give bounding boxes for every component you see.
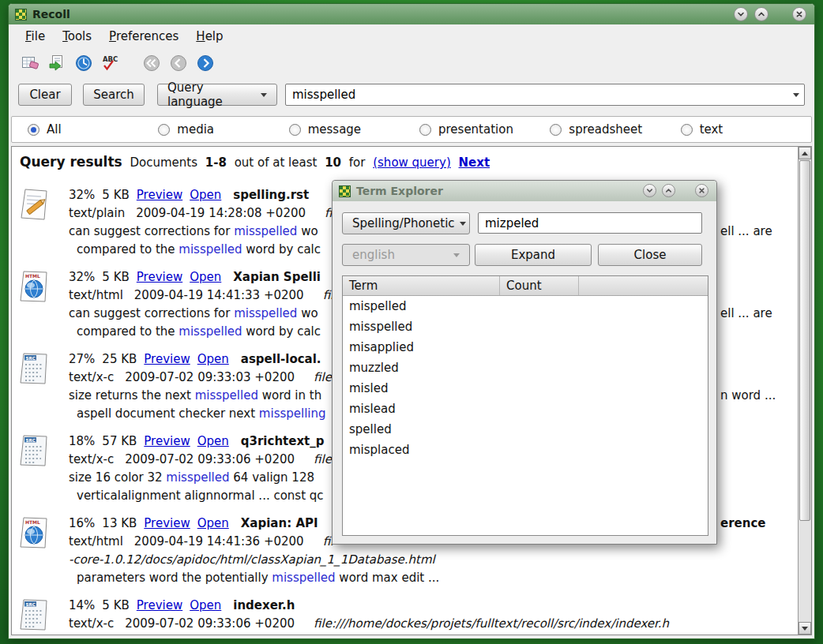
menu-help[interactable]: Help <box>187 26 231 47</box>
snippet-text: compared to the <box>77 324 179 339</box>
term-row[interactable]: mislead <box>343 399 708 419</box>
term-row[interactable]: misplaced <box>343 440 708 460</box>
maximize-icon[interactable] <box>662 184 675 197</box>
result-score: 27% <box>69 352 95 366</box>
language-label: english <box>352 248 395 262</box>
count-cell <box>499 378 578 399</box>
text-document-icon <box>18 188 53 221</box>
minimize-icon[interactable] <box>643 184 656 197</box>
result-title-line: 14%5 KBPreviewOpenindexer.h <box>69 597 798 615</box>
next-page-icon[interactable] <box>195 53 216 73</box>
menu-tools[interactable]: Tools <box>54 26 100 47</box>
open-link[interactable]: Open <box>197 516 229 530</box>
save-query-icon[interactable] <box>47 53 67 73</box>
filter-option-presentation[interactable]: presentation <box>419 122 550 137</box>
result-score: 18% <box>69 434 95 448</box>
result-url: file <box>314 452 332 466</box>
chevron-down-icon[interactable] <box>793 93 799 100</box>
vertical-scrollbar[interactable] <box>798 147 811 635</box>
filter-option-label: spreadsheet <box>569 122 642 137</box>
desktop-background: Recoll FileToolsPreferencesHelp ABC Clea… <box>0 0 823 644</box>
chevron-down-icon <box>453 253 460 260</box>
next-page-link[interactable]: Next <box>459 155 490 170</box>
result-size: 5 KB <box>102 188 129 202</box>
term-row[interactable]: misapplied <box>343 337 708 358</box>
clear-search-icon[interactable] <box>20 53 40 73</box>
term-column-header[interactable]: Term <box>343 276 499 295</box>
filter-option-label: text <box>700 122 723 137</box>
filter-option-text[interactable]: text <box>681 122 811 137</box>
filter-option-all[interactable]: All <box>28 122 158 137</box>
filter-option-label: All <box>47 122 62 137</box>
for-label: for <box>349 155 366 170</box>
svg-text:ABC: ABC <box>103 55 118 63</box>
term-row[interactable]: misled <box>343 378 708 399</box>
search-combobox[interactable] <box>285 84 805 106</box>
open-link[interactable]: Open <box>197 434 229 448</box>
dialog-title: Term Explorer <box>356 185 443 197</box>
window-titlebar[interactable]: Recoll <box>9 4 814 24</box>
snippet-text: 64 valign 128 <box>230 470 314 485</box>
expansion-mode-dropdown[interactable]: Spelling/Phonetic <box>342 212 470 234</box>
preview-link[interactable]: Preview <box>144 352 190 366</box>
show-query-link[interactable]: (show query) <box>373 155 451 170</box>
open-link[interactable]: Open <box>197 352 229 366</box>
result-title: aspell-local. <box>241 352 321 366</box>
scroll-up-icon[interactable] <box>799 147 811 159</box>
query-language-dropdown[interactable]: Query language <box>157 84 277 106</box>
highlighted-term: misspelled <box>234 306 297 320</box>
menu-preferences[interactable]: Preferences <box>100 26 187 47</box>
snippet-text: parameters word the potentially <box>77 571 272 585</box>
highlighted-term: misspelled <box>272 571 335 585</box>
count-cell <box>499 419 578 440</box>
highlighted-term: misspelled <box>166 470 229 485</box>
close-icon[interactable] <box>792 7 806 21</box>
term-explorer-icon[interactable]: ABC <box>100 53 121 73</box>
filter-option-message[interactable]: message <box>289 122 419 137</box>
term-cell: mispelled <box>343 296 499 316</box>
close-icon[interactable] <box>695 184 708 197</box>
dialog-titlebar[interactable]: Term Explorer <box>333 181 716 201</box>
scrollbar-thumb[interactable] <box>799 160 810 521</box>
clear-button[interactable]: Clear <box>18 84 72 106</box>
preview-link[interactable]: Preview <box>144 434 190 448</box>
search-button[interactable]: Search <box>83 84 145 106</box>
snippet-text: word by calc <box>242 324 321 339</box>
count-column-header[interactable]: Count <box>499 276 578 295</box>
term-row[interactable]: spelled <box>343 419 708 440</box>
open-link[interactable]: Open <box>190 188 221 202</box>
snippet-text: verticalalignment alignnormal ... const … <box>77 489 324 503</box>
radio-button-icon <box>28 124 39 136</box>
maximize-icon[interactable] <box>754 7 769 21</box>
open-link[interactable]: Open <box>190 598 221 612</box>
term-row[interactable]: misspelled <box>343 316 708 337</box>
svg-text:HTML: HTML <box>25 273 40 279</box>
count-cell <box>499 440 578 460</box>
open-link[interactable]: Open <box>190 270 221 284</box>
result-date: 2009-04-19 14:41:36 +0200 <box>134 534 304 549</box>
expand-button[interactable]: Expand <box>475 244 592 266</box>
query-history-icon[interactable] <box>73 53 94 73</box>
dialog-close-button[interactable]: Close <box>598 244 702 266</box>
snippet-text: wo <box>297 224 318 238</box>
svg-text:SRC: SRC <box>26 438 36 443</box>
preview-link[interactable]: Preview <box>137 188 182 202</box>
scroll-down-icon[interactable] <box>799 622 811 635</box>
preview-link[interactable]: Preview <box>144 516 190 530</box>
menu-file[interactable]: File <box>17 26 54 47</box>
term-input[interactable] <box>478 212 702 234</box>
preview-link[interactable]: Preview <box>137 270 182 284</box>
minimize-icon[interactable] <box>734 7 748 21</box>
filter-option-spreadsheet[interactable]: spreadsheet <box>550 122 680 137</box>
preview-link[interactable]: Preview <box>137 598 182 612</box>
search-input[interactable] <box>286 88 788 102</box>
snippet-text: wo <box>297 306 318 320</box>
filter-option-media[interactable]: media <box>158 122 288 137</box>
language-dropdown: english <box>342 244 470 266</box>
result-size: 5 KB <box>102 270 129 284</box>
term-row[interactable]: muzzled <box>343 358 708 378</box>
term-table: Term Count mispelledmisspelledmisapplied… <box>342 275 708 536</box>
term-row[interactable]: mispelled <box>343 296 708 316</box>
term-cell: misapplied <box>343 337 499 358</box>
snippet-text: aspell document checker next <box>77 406 259 421</box>
